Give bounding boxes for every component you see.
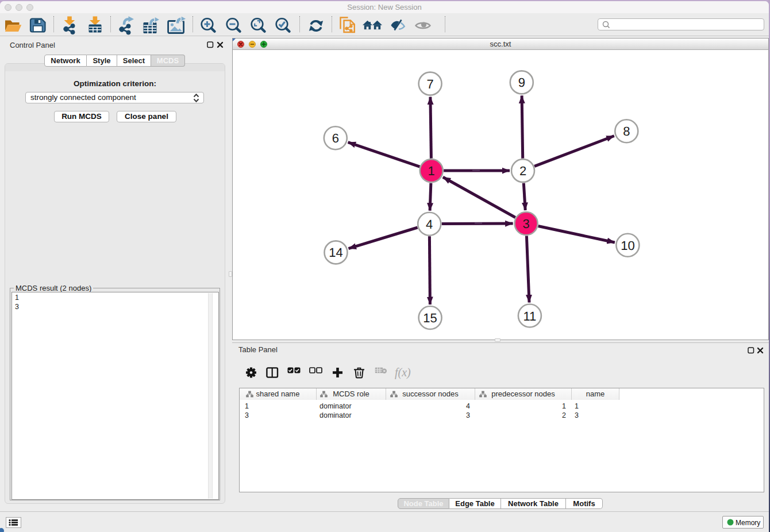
svg-text:1: 1 <box>428 164 435 178</box>
svg-text:14: 14 <box>329 245 342 260</box>
svg-text:9: 9 <box>518 75 525 90</box>
svg-text:10: 10 <box>621 238 634 253</box>
svg-text:2: 2 <box>519 164 526 178</box>
svg-text:3: 3 <box>522 217 529 231</box>
svg-text:15: 15 <box>423 311 437 325</box>
svg-text:8: 8 <box>623 124 630 138</box>
svg-text:6: 6 <box>332 131 339 145</box>
svg-text:11: 11 <box>523 309 536 323</box>
svg-text:4: 4 <box>426 217 433 232</box>
svg-text:7: 7 <box>426 77 433 91</box>
